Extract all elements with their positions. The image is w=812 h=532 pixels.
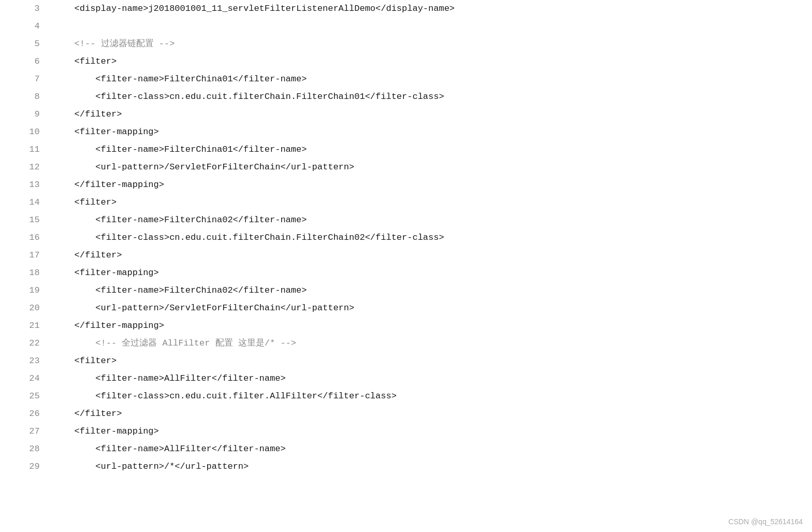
code-row: 13 </filter-mapping> [0, 176, 812, 194]
code-row: 22 <!-- 全过滤器 AllFilter 配置 这里是/* --> [0, 335, 812, 352]
line-number: 26 [0, 405, 48, 423]
line-number: 12 [0, 159, 48, 176]
code-line: <url-pattern>/ServletForFilterChain</url… [48, 159, 812, 176]
line-number: 6 [0, 53, 48, 70]
code-row: 12 <url-pattern>/ServletForFilterChain</… [0, 159, 812, 176]
code-row: 11 <filter-name>FilterChina01</filter-na… [0, 141, 812, 159]
code-row: 25 <filter-class>cn.edu.cuit.filter.AllF… [0, 387, 812, 405]
line-number: 25 [0, 387, 48, 405]
line-number: 11 [0, 141, 48, 159]
line-number: 4 [0, 18, 48, 35]
code-row: 9 </filter> [0, 106, 812, 123]
line-number: 10 [0, 123, 48, 141]
line-number: 20 [0, 299, 48, 317]
line-number: 23 [0, 352, 48, 370]
code-row: 17 </filter> [0, 247, 812, 264]
code-row: 29 <url-pattern>/*</url-pattern> [0, 458, 812, 476]
line-number: 19 [0, 282, 48, 299]
code-row: 16 <filter-class>cn.edu.cuit.filterChain… [0, 229, 812, 247]
code-row: 19 <filter-name>FilterChina02</filter-na… [0, 282, 812, 299]
code-line: <url-pattern>/*</url-pattern> [48, 458, 812, 476]
code-line: <!-- 过滤器链配置 --> [48, 35, 812, 53]
line-number: 7 [0, 70, 48, 88]
line-number: 5 [0, 35, 48, 53]
code-row: 7 <filter-name>FilterChina01</filter-nam… [0, 70, 812, 88]
line-number: 16 [0, 229, 48, 247]
code-line: <filter-name>AllFilter</filter-name> [48, 440, 812, 458]
code-row: 28 <filter-name>AllFilter</filter-name> [0, 440, 812, 458]
line-number: 9 [0, 106, 48, 123]
code-line: <filter-class>cn.edu.cuit.filterChain.Fi… [48, 229, 812, 247]
code-line: <filter-class>cn.edu.cuit.filterChain.Fi… [48, 88, 812, 106]
code-line: <filter-mapping> [48, 423, 812, 440]
code-line: <filter> [48, 194, 812, 211]
code-line: <filter-name>FilterChina01</filter-name> [48, 70, 812, 88]
code-line: <filter-name>FilterChina01</filter-name> [48, 141, 812, 159]
line-number: 14 [0, 194, 48, 211]
code-row: 18 <filter-mapping> [0, 264, 812, 282]
code-line: <display-name>j2018001001_11_servletFilt… [48, 0, 812, 18]
line-number: 24 [0, 370, 48, 387]
line-number: 22 [0, 335, 48, 352]
line-number: 28 [0, 440, 48, 458]
line-number: 13 [0, 176, 48, 194]
code-row: 6 <filter> [0, 53, 812, 70]
code-line: <filter> [48, 53, 812, 70]
code-row: 24 <filter-name>AllFilter</filter-name> [0, 370, 812, 387]
code-row: 20 <url-pattern>/ServletForFilterChain</… [0, 299, 812, 317]
code-line: </filter> [48, 405, 812, 423]
code-row: 26 </filter> [0, 405, 812, 423]
code-line: <filter-name>AllFilter</filter-name> [48, 370, 812, 387]
code-line: </filter-mapping> [48, 317, 812, 335]
line-number: 15 [0, 211, 48, 229]
code-line: </filter-mapping> [48, 176, 812, 194]
code-row: 8 <filter-class>cn.edu.cuit.filterChain.… [0, 88, 812, 106]
code-line [48, 18, 812, 35]
code-row: 27 <filter-mapping> [0, 423, 812, 440]
code-line: <filter-class>cn.edu.cuit.filter.AllFilt… [48, 387, 812, 405]
code-line: <filter-name>FilterChina02</filter-name> [48, 211, 812, 229]
code-line: <url-pattern>/ServletForFilterChain</url… [48, 299, 812, 317]
code-line: <filter> [48, 352, 812, 370]
code-row: 4 [0, 18, 812, 35]
code-line: </filter> [48, 106, 812, 123]
code-line: <filter-mapping> [48, 264, 812, 282]
code-row: 10 <filter-mapping> [0, 123, 812, 141]
line-number: 18 [0, 264, 48, 282]
code-row: 23 <filter> [0, 352, 812, 370]
code-row: 15 <filter-name>FilterChina02</filter-na… [0, 211, 812, 229]
watermark: CSDN @qq_52614164 [729, 517, 803, 526]
line-number: 17 [0, 247, 48, 264]
line-number: 29 [0, 458, 48, 476]
line-number: 8 [0, 88, 48, 106]
line-number: 21 [0, 317, 48, 335]
code-row: 3 <display-name>j2018001001_11_servletFi… [0, 0, 812, 18]
code-line: </filter> [48, 247, 812, 264]
code-line: <filter-name>FilterChina02</filter-name> [48, 282, 812, 299]
line-number: 27 [0, 423, 48, 440]
code-table: 3 <display-name>j2018001001_11_servletFi… [0, 0, 812, 476]
code-row: 5 <!-- 过滤器链配置 --> [0, 35, 812, 53]
code-line: <filter-mapping> [48, 123, 812, 141]
code-line: <!-- 全过滤器 AllFilter 配置 这里是/* --> [48, 335, 812, 352]
code-row: 14 <filter> [0, 194, 812, 211]
line-number: 3 [0, 0, 48, 18]
code-row: 21 </filter-mapping> [0, 317, 812, 335]
code-container: 3 <display-name>j2018001001_11_servletFi… [0, 0, 812, 532]
